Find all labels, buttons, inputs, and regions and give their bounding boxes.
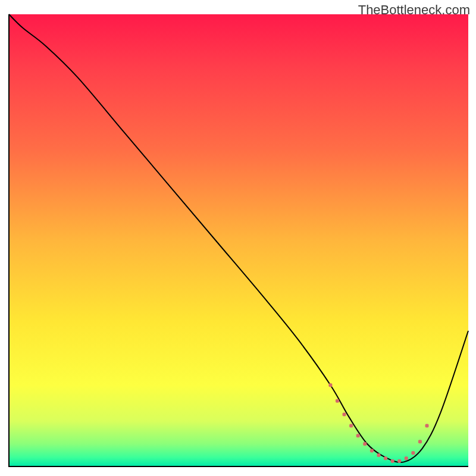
watermark-text: TheBottleneck.com (358, 2, 470, 18)
optimal-marker (391, 459, 394, 463)
optimal-marker (418, 440, 422, 443)
optimal-marker (425, 424, 429, 428)
optimal-marker (343, 413, 346, 416)
bottleneck-chart (0, 0, 476, 476)
optimal-marker (397, 459, 401, 463)
optimal-marker (328, 383, 332, 387)
optimal-marker (356, 434, 360, 437)
optimal-marker (370, 449, 374, 452)
optimal-marker (405, 456, 408, 460)
optimal-marker (411, 451, 415, 455)
optimal-marker (349, 424, 353, 428)
optimal-marker (363, 442, 367, 446)
optimal-marker (384, 456, 387, 460)
optimal-marker (377, 453, 380, 457)
chart-container: TheBottleneck.com (0, 0, 476, 476)
optimal-marker (336, 399, 339, 403)
plot-background (9, 14, 468, 466)
